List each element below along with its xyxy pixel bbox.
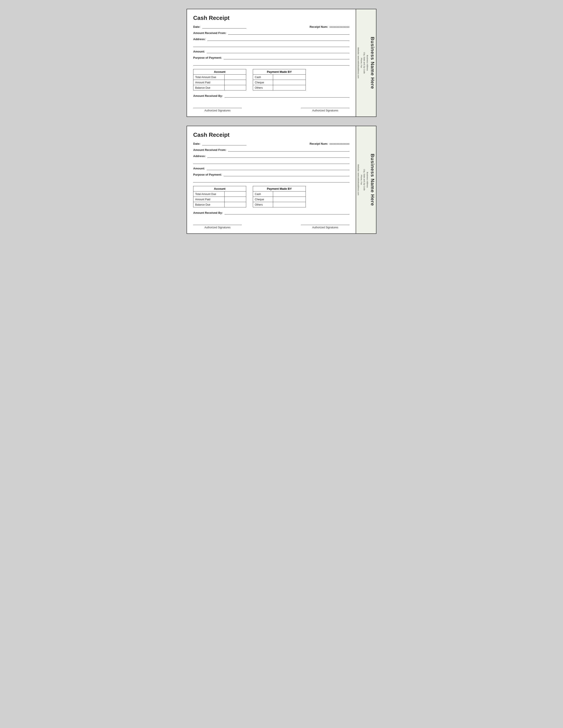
sidebar-content-2: Business Name Here Business Address City… (356, 126, 376, 233)
sidebar-address-2: Business Address (366, 172, 369, 188)
table-row: Amount Paid (193, 80, 246, 85)
payment-table-header-2: Payment Made BY (253, 186, 306, 191)
purpose-line2-2 (193, 179, 350, 182)
sidebar-content-1: Business Name Here Business Address City… (356, 9, 376, 116)
sig-label-left-2: Authorized Signatures (204, 226, 230, 229)
amount-received-by-line-2 (224, 211, 350, 214)
amount-received-from-line-1 (228, 31, 350, 35)
amount-received-from-label-1: Amount Received From: (193, 31, 226, 35)
address-row-2: Address: (193, 154, 350, 158)
sidebar-website-value-1: www.websiteaddress.com (358, 56, 360, 79)
sidebar-info-1: Business Address City, State and Zip Cod… (357, 47, 369, 79)
account-row2-value-1 (224, 80, 246, 85)
table-row: Others (253, 202, 306, 207)
account-table-2: Account Total Amount Due Amount Paid Bal… (193, 186, 246, 207)
sig-line-right-1 (301, 104, 350, 108)
account-table-header-2: Account (193, 186, 246, 191)
sidebar-city-2: City, State and Zip Code (364, 169, 366, 190)
sig-block-right-1: Authorized Signatures (301, 104, 350, 112)
sig-label-left-1: Authorized Signatures (204, 109, 230, 112)
sig-label-right-2: Authorized Signatures (312, 226, 338, 229)
payment-table-1: Payment Made BY Cash Cheque Others (253, 69, 306, 90)
table-row: Cash (253, 75, 306, 80)
sig-block-left-2: Authorized Signatures (193, 221, 242, 229)
table-row: Others (253, 85, 306, 90)
account-row3-value-2 (224, 202, 246, 207)
account-row3-value-1 (224, 85, 246, 90)
amount-received-by-label-1: Amount Received By: (193, 94, 223, 98)
date-field-1: Date: (193, 25, 246, 28)
receipt-num-value-1: xxxxxxxxxxxxxx (330, 25, 350, 28)
address-line1-2 (207, 154, 350, 158)
payment-table-header-1: Payment Made BY (253, 69, 306, 75)
receipt-num-label-1: Receipt Num: (310, 25, 328, 28)
date-label-2: Date: (193, 142, 200, 145)
amount-received-from-row-1: Amount Received From: (193, 31, 350, 35)
amount-label-2: Amount: (193, 167, 205, 170)
sidebar-website-value-2: www.websiteaddress.com (358, 173, 360, 195)
signatures-row-2: Authorized Signatures Authorized Signatu… (193, 219, 350, 229)
account-row1-label-2: Total Amount Due (193, 191, 224, 197)
table-row: Cash (253, 191, 306, 197)
address-block-1: Address: (193, 37, 350, 47)
purpose-line1-2 (224, 173, 350, 176)
amount-line-1 (207, 50, 350, 53)
payment-row2-value-2 (273, 197, 306, 202)
receipt-num-value-2: xxxxxxxxxxxxxx (330, 142, 350, 145)
sidebar-phone-2: Phone, Fax (360, 175, 363, 185)
sig-line-left-2 (193, 221, 242, 225)
table-row: Total Amount Due (193, 75, 246, 80)
amount-received-from-row-2: Amount Received From: (193, 148, 350, 152)
payment-row2-label-2: Cheque (253, 197, 273, 202)
receipt-1: Cash Receipt Date: Receipt Num: xxxxxxxx… (186, 9, 377, 117)
amount-label-1: Amount: (193, 50, 205, 53)
receipt-num-field-1: Receipt Num: xxxxxxxxxxxxxx (310, 25, 350, 28)
address-line2-1 (193, 43, 350, 47)
payment-row1-label-2: Cash (253, 191, 273, 197)
amount-received-by-row-2: Amount Received By: (193, 211, 350, 214)
address-row-1: Address: (193, 37, 350, 41)
sidebar-rotated-2: Business Name Here Business Address City… (357, 154, 375, 206)
account-row2-label-1: Amount Paid (193, 80, 224, 85)
sidebar-website-label-2: Website: (358, 164, 360, 172)
amount-received-from-label-2: Amount Received From: (193, 148, 226, 152)
purpose-block-1: Purpose of Payment: (193, 56, 350, 66)
sidebar-info-2: Business Address City, State and Zip Cod… (357, 164, 369, 195)
payment-row2-value-1 (273, 80, 306, 85)
address-line1-1 (207, 37, 350, 41)
signatures-row-1: Authorized Signatures Authorized Signatu… (193, 102, 350, 112)
table-row: Amount Paid (193, 197, 246, 202)
purpose-label-2: Purpose of Payment: (193, 173, 222, 176)
account-row3-label-2: Balance Due (193, 202, 224, 207)
purpose-row-1: Purpose of Payment: (193, 56, 350, 59)
receipt-num-label-2: Receipt Num: (310, 142, 328, 145)
date-line-1 (202, 25, 246, 28)
sig-block-left-1: Authorized Signatures (193, 104, 242, 112)
receipt-title-2: Cash Receipt (193, 131, 350, 138)
address-line2-2 (193, 160, 350, 164)
date-line-2 (202, 142, 246, 145)
date-receiptnum-row-2: Date: Receipt Num: xxxxxxxxxxxxxx (193, 142, 350, 145)
purpose-row-2: Purpose of Payment: (193, 173, 350, 176)
account-table-1: Account Total Amount Due Amount Paid Bal… (193, 69, 246, 90)
table-row: Cheque (253, 80, 306, 85)
date-receiptnum-row-1: Date: Receipt Num: xxxxxxxxxxxxxx (193, 25, 350, 28)
account-row1-value-2 (224, 191, 246, 197)
address-label-2: Address: (193, 154, 205, 158)
business-name-1: Business Name Here (370, 37, 375, 89)
receipt-title-1: Cash Receipt (193, 15, 350, 21)
account-row3-label-1: Balance Due (193, 85, 224, 90)
purpose-line2-1 (193, 62, 350, 66)
amount-received-by-label-2: Amount Received By: (193, 211, 223, 214)
payment-row3-value-1 (273, 85, 306, 90)
receipt-2: Cash Receipt Date: Receipt Num: xxxxxxxx… (186, 126, 377, 234)
table-row: Cheque (253, 197, 306, 202)
sidebar-website-label-1: Website: (358, 47, 360, 55)
amount-row-2: Amount: (193, 167, 350, 170)
date-label-1: Date: (193, 25, 200, 28)
account-row1-value-1 (224, 75, 246, 80)
sidebar-address-1: Business Address (366, 55, 369, 71)
account-row2-label-2: Amount Paid (193, 197, 224, 202)
payment-row2-label-1: Cheque (253, 80, 273, 85)
payment-row3-label-2: Others (253, 202, 273, 207)
